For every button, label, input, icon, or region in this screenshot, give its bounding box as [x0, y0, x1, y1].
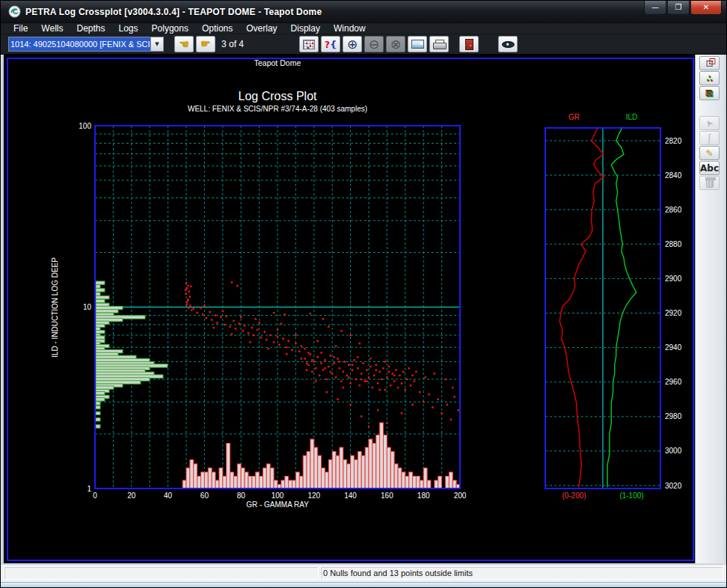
next-well-button[interactable]: ☛	[196, 36, 215, 52]
status-panel-left	[4, 566, 319, 580]
window-title: PETRA Log Crossplot [v3004.3.0.4] - TEAP…	[25, 7, 644, 17]
zoom-cancel-button[interactable]: ⊗	[386, 36, 405, 52]
eye-icon	[502, 41, 515, 48]
right-tool-panel: ⊡ ∴ ⊠ ➤ ʃ ✎ Abc	[695, 55, 723, 563]
close-icon: ✕	[703, 3, 709, 11]
svg-text:2940: 2940	[665, 343, 682, 352]
svg-text:2880: 2880	[665, 240, 682, 248]
svg-text:2980: 2980	[665, 412, 682, 420]
menu-item-logs[interactable]: Logs	[112, 23, 145, 34]
well-page-indicator: 3 of 4	[221, 39, 244, 49]
svg-text:3020: 3020	[665, 482, 682, 490]
menu-item-options[interactable]: Options	[195, 23, 239, 34]
track-ild-range-label: (1-100)	[603, 491, 660, 500]
app-logo-icon	[8, 5, 21, 18]
exit-door-icon	[465, 39, 473, 50]
svg-text:120: 120	[307, 491, 320, 500]
exit-button[interactable]	[459, 36, 479, 52]
y-axis-label: ILD - INDUCTION LOG DEEP	[51, 257, 59, 358]
print-icon	[433, 40, 445, 49]
svg-text:1: 1	[87, 485, 91, 493]
well-selector-value: 1014: 49025104080000 [FENIX & SCIS]	[9, 37, 150, 51]
pencil-annotate-button[interactable]: ✎	[699, 146, 720, 160]
highlight-points-button[interactable]: ∴	[699, 71, 720, 85]
well-selector-combobox[interactable]: 1014: 49025104080000 [FENIX & SCIS] ▼	[8, 37, 164, 52]
crossplot-settings-button[interactable]	[299, 36, 319, 52]
minimize-button[interactable]: —	[644, 1, 666, 15]
pointer-tool-icon: ➤	[704, 117, 716, 129]
minimize-icon: —	[651, 3, 659, 11]
svg-text:160: 160	[381, 491, 393, 500]
menu-item-polygons[interactable]: Polygons	[145, 23, 195, 34]
view-button[interactable]	[498, 36, 518, 52]
toolbar: 1014: 49025104080000 [FENIX & SCIS] ▼ ☚ …	[1, 34, 726, 55]
menu-item-display[interactable]: Display	[284, 23, 327, 34]
zoom-cancel-icon: ⊗	[390, 38, 401, 51]
menu-item-wells[interactable]: Wells	[34, 23, 70, 34]
svg-text:2900: 2900	[665, 275, 682, 283]
menu-item-window[interactable]: Window	[327, 23, 372, 34]
svg-text:2840: 2840	[665, 171, 682, 180]
query-brace-icon: ?{	[325, 39, 337, 50]
plot-client-area[interactable]: 0204060801001201401601802001001012820284…	[4, 55, 695, 563]
zoom-in-icon: ⊕	[347, 38, 358, 51]
petra-window: PETRA Log Crossplot [v3004.3.0.4] - TEAP…	[0, 0, 727, 588]
svg-text:2820: 2820	[665, 137, 682, 145]
client-header-title: Teapot Dome	[95, 58, 460, 67]
text-annotate-button[interactable]: Abc	[699, 161, 720, 175]
menu-item-overlay[interactable]: Overlay	[239, 23, 283, 34]
status-message: 0 Nulls found and 13 points outside limi…	[320, 566, 723, 580]
zoom-in-button[interactable]: ⊕	[343, 36, 362, 52]
svg-text:2960: 2960	[665, 378, 682, 386]
svg-text:80: 80	[237, 491, 246, 500]
svg-text:2860: 2860	[665, 206, 682, 214]
print-button[interactable]	[429, 36, 449, 52]
svg-text:200: 200	[454, 491, 467, 500]
previous-well-hand-icon: ☚	[179, 39, 188, 49]
previous-well-button[interactable]: ☚	[174, 36, 194, 52]
sketch-tool-icon: ʃ	[708, 134, 711, 143]
window-bottom-edge	[1, 582, 726, 588]
svg-text:10: 10	[83, 303, 92, 311]
status-bar: 0 Nulls found and 13 points outside limi…	[1, 563, 726, 582]
pencil-annotate-icon: ✎	[705, 149, 713, 158]
text-abc-icon: Abc	[700, 164, 719, 173]
delete-annotation-button[interactable]	[699, 176, 720, 190]
highlight-points-icon: ∴	[706, 74, 712, 83]
crossplot-title: Log Cross Plot	[95, 90, 460, 103]
crossplot-subtitle: WELL: FENIX & SCIS/NPR #3/74-A-28 (403 s…	[95, 105, 460, 113]
title-bar[interactable]: PETRA Log Crossplot [v3004.3.0.4] - TEAP…	[1, 1, 726, 23]
svg-text:2920: 2920	[665, 309, 682, 317]
sketch-tool-button[interactable]: ʃ	[699, 131, 720, 145]
combo-dropdown-arrow-icon[interactable]: ▼	[150, 37, 163, 51]
crossplot-canvas[interactable]: 0204060801001201401601802001001012820284…	[4, 55, 695, 563]
polygon-edit-icon: ⊡	[705, 59, 713, 68]
svg-text:100: 100	[79, 122, 91, 130]
svg-text:140: 140	[344, 491, 357, 500]
delete-polygon-button[interactable]: ⊠	[699, 86, 720, 100]
trash-icon	[706, 179, 714, 188]
delete-polygon-icon: ⊠	[705, 89, 713, 98]
close-button[interactable]: ✕	[690, 1, 722, 15]
svg-text:20: 20	[127, 491, 136, 500]
maximize-button[interactable]: ❐	[667, 1, 690, 15]
crossplot-settings-icon	[303, 40, 315, 49]
x-axis-label: GR - GAMMA RAY	[95, 500, 460, 509]
svg-text:0: 0	[93, 491, 97, 500]
menu-item-depths[interactable]: Depths	[70, 23, 111, 34]
next-well-hand-icon: ☛	[200, 39, 210, 49]
query-button[interactable]: ?{	[321, 36, 340, 52]
window-right-edge	[723, 55, 727, 563]
pointer-tool-button[interactable]: ➤	[699, 116, 720, 130]
svg-text:3000: 3000	[665, 447, 682, 455]
polygon-edit-button[interactable]: ⊡	[699, 56, 720, 70]
zoom-out-button[interactable]: ⊖	[364, 36, 384, 52]
svg-text:100: 100	[272, 491, 284, 500]
menu-item-file[interactable]: File	[7, 23, 34, 34]
svg-text:40: 40	[164, 491, 173, 500]
export-image-button[interactable]	[408, 36, 427, 52]
track-gr-range-label: (0-200)	[539, 491, 609, 500]
zoom-out-icon: ⊖	[369, 38, 379, 51]
track-gr-curve-label: GR	[545, 113, 603, 121]
maximize-icon: ❐	[675, 3, 682, 11]
